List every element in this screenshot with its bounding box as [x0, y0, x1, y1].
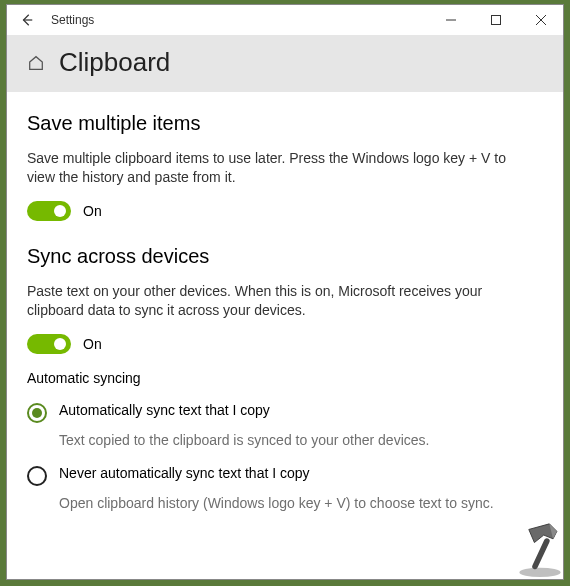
- clipboard-history-toggle[interactable]: [27, 201, 71, 221]
- home-icon[interactable]: [27, 54, 45, 72]
- radio-label: Automatically sync text that I copy: [59, 402, 270, 418]
- back-button[interactable]: [17, 13, 37, 27]
- section-heading: Save multiple items: [27, 112, 543, 135]
- radio-label: Never automatically sync text that I cop…: [59, 465, 310, 481]
- section-description: Save multiple clipboard items to use lat…: [27, 149, 527, 187]
- section-description: Paste text on your other devices. When t…: [27, 282, 527, 320]
- minimize-button[interactable]: [428, 5, 473, 35]
- radio-unselected-icon: [27, 466, 47, 486]
- window-controls: [428, 5, 563, 35]
- page-header: Clipboard: [7, 35, 563, 92]
- toggle-row: On: [27, 334, 543, 354]
- toggle-label: On: [83, 336, 102, 352]
- svg-rect-1: [491, 16, 500, 25]
- toggle-row: On: [27, 201, 543, 221]
- section-sync: Sync across devices Paste text on your o…: [27, 245, 543, 514]
- sync-toggle[interactable]: [27, 334, 71, 354]
- radio-never-sync[interactable]: Never automatically sync text that I cop…: [27, 461, 543, 490]
- maximize-button[interactable]: [473, 5, 518, 35]
- content-area[interactable]: Save multiple items Save multiple clipbo…: [7, 92, 563, 579]
- radio-auto-sync[interactable]: Automatically sync text that I copy: [27, 398, 543, 427]
- toggle-label: On: [83, 203, 102, 219]
- settings-window: Settings Clipboard Save multiple items S…: [6, 4, 564, 580]
- radio-selected-icon: [27, 403, 47, 423]
- close-button[interactable]: [518, 5, 563, 35]
- page-title: Clipboard: [59, 47, 170, 78]
- automatic-syncing-label: Automatic syncing: [27, 370, 543, 386]
- app-title: Settings: [51, 13, 94, 27]
- titlebar: Settings: [7, 5, 563, 35]
- radio-help-text: Open clipboard history (Windows logo key…: [59, 494, 529, 513]
- section-heading: Sync across devices: [27, 245, 543, 268]
- section-save-multiple: Save multiple items Save multiple clipbo…: [27, 112, 543, 221]
- radio-help-text: Text copied to the clipboard is synced t…: [59, 431, 529, 450]
